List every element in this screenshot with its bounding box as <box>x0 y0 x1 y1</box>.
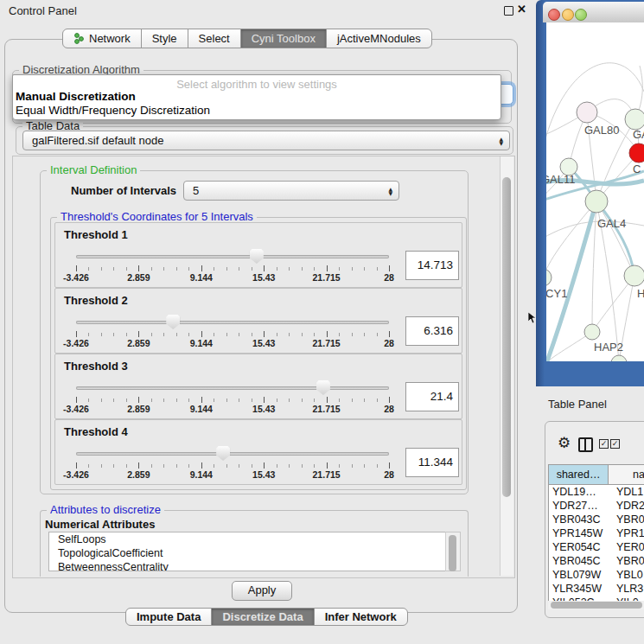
network-window-titlebar[interactable] <box>543 2 644 22</box>
dropdown-option-manual-discretization[interactable]: Manual Discretization <box>16 90 136 103</box>
tab-jactivemnodules[interactable]: jActiveMNodules <box>326 29 432 48</box>
tab-network[interactable]: Network <box>62 29 142 48</box>
vertical-scrollbar-thumb[interactable] <box>502 177 511 497</box>
attributes-group-label: Attributes to discretize <box>47 504 164 516</box>
slider-tick-labels: -3.4262.8599.14415.4321.71528 <box>76 272 389 283</box>
cell-name[interactable]: YDR2 <box>613 499 644 513</box>
table-row[interactable]: YBR045C YBR0 <box>549 554 644 568</box>
threshold-slider[interactable] <box>76 380 389 396</box>
network-node-label: GCY1 <box>546 287 567 300</box>
dropdown-prompt: Select algorithm to view settings <box>13 78 501 91</box>
cell-shared-name[interactable]: YPR145W <box>549 526 613 540</box>
cell-shared-name[interactable]: YBR045C <box>549 554 613 568</box>
network-node[interactable] <box>546 269 552 286</box>
network-node[interactable] <box>577 102 597 123</box>
tab-select[interactable]: Select <box>188 29 241 48</box>
slider-thumb[interactable] <box>166 315 180 329</box>
slider-thumb[interactable] <box>316 380 330 395</box>
close-traffic-light-icon[interactable] <box>548 9 560 21</box>
tab-discretize-data[interactable]: Discretize Data <box>211 608 314 626</box>
combo-arrows-icon: ▲▼ <box>499 137 503 145</box>
network-node[interactable] <box>625 109 644 130</box>
threshold-slider[interactable] <box>76 249 389 265</box>
threshold-value-field[interactable]: 6.316 <box>405 316 459 346</box>
number-of-intervals-label: Number of Intervals <box>71 184 176 197</box>
threshold-slider[interactable] <box>76 446 389 462</box>
table-row[interactable]: YBR043C YBR0 <box>549 513 644 526</box>
network-node[interactable] <box>611 355 627 361</box>
tick-label: 2.859 <box>127 404 150 414</box>
table-row[interactable]: YLR345W YLR3 <box>549 582 644 596</box>
cell-name[interactable]: YLR3 <box>613 582 644 596</box>
number-of-intervals-spinner[interactable]: 5 ▲▼ <box>183 181 399 201</box>
cell-name[interactable]: YDL1 <box>613 485 644 499</box>
slider-tick-labels: -3.4262.8599.14415.4321.71528 <box>76 404 389 414</box>
network-node[interactable] <box>629 143 644 163</box>
tab-style[interactable]: Style <box>141 29 188 48</box>
checkbox-icon[interactable]: ✓ <box>610 439 620 449</box>
tick-label: 9.144 <box>190 338 213 348</box>
network-node[interactable] <box>585 190 608 213</box>
attribute-list-item[interactable]: BetweennessCentrality <box>49 560 460 571</box>
tick-label: 2.859 <box>127 469 150 480</box>
table-row[interactable]: YBL079W YBL0 <box>549 568 644 582</box>
table-row[interactable]: YER054C YER0 <box>549 540 644 554</box>
cell-name[interactable]: YBL0 <box>613 568 644 582</box>
horizontal-scrollbar-thumb[interactable] <box>551 602 642 609</box>
cyni-bottom-tabs: Impute Data Discretize Data Infer Networ… <box>125 608 408 626</box>
threshold-value-field[interactable]: 14.713 <box>405 251 459 280</box>
checkbox-icon[interactable]: ✓ <box>599 439 609 449</box>
network-node[interactable] <box>624 265 644 286</box>
threshold-row: Threshold 2 -3.4262.8599.14415.4321.7152… <box>54 288 462 354</box>
tick-label: 28 <box>384 404 394 414</box>
apply-button[interactable]: Apply <box>232 581 292 601</box>
column-header-name[interactable]: na <box>609 465 644 484</box>
network-node-label: HAP2 <box>594 341 623 354</box>
cell-name[interactable]: YER0 <box>613 540 644 554</box>
network-canvas[interactable]: GAL80GACGAL11GAL4GCY1HHAP2 <box>546 22 644 361</box>
table-data-value: galFiltered.sif default node <box>23 134 499 147</box>
table-row[interactable]: YDR27… YDR2 <box>549 499 644 513</box>
attribute-list-item[interactable]: SelfLoops <box>49 532 460 546</box>
cell-shared-name[interactable]: YDR27… <box>549 499 613 513</box>
minimize-traffic-light-icon[interactable] <box>562 9 574 21</box>
cell-name[interactable]: YBR0 <box>613 513 644 526</box>
threshold-value-field[interactable]: 11.344 <box>405 448 459 477</box>
table-row[interactable]: YPR145W YPR1 <box>549 526 644 540</box>
dropdown-option-equal-width[interactable]: Equal Width/Frequency Discretization <box>16 104 210 117</box>
cell-name[interactable]: YBR0 <box>613 554 644 568</box>
tick-label: 15.43 <box>252 404 275 414</box>
slider-thumb[interactable] <box>250 249 264 264</box>
network-node[interactable] <box>584 324 600 340</box>
column-header-shared-name[interactable]: shared… <box>549 465 609 484</box>
tick-label: 28 <box>384 469 394 480</box>
float-window-icon[interactable] <box>504 6 513 16</box>
tab-impute-data[interactable]: Impute Data <box>125 608 212 626</box>
slider-track[interactable] <box>76 321 389 324</box>
cell-shared-name[interactable]: YLR345W <box>549 582 613 596</box>
close-icon[interactable]: ✕ <box>517 3 526 16</box>
table-data-combobox[interactable]: galFiltered.sif default node ▲▼ <box>22 131 510 150</box>
tick-label: -3.426 <box>63 404 89 414</box>
slider-track[interactable] <box>76 255 389 258</box>
tick-label: 21.715 <box>313 272 341 283</box>
cell-name[interactable]: YPR1 <box>613 526 644 540</box>
cell-shared-name[interactable]: YDL19… <box>549 485 613 499</box>
threshold-slider[interactable] <box>76 315 389 330</box>
cell-shared-name[interactable]: YER054C <box>549 540 613 554</box>
attributes-scrollbar-thumb[interactable] <box>449 535 456 571</box>
table-row[interactable]: YDL19… YDL1 <box>549 485 644 499</box>
gear-icon[interactable]: ⚙ <box>558 434 571 451</box>
slider-track[interactable] <box>76 452 389 456</box>
attribute-list-item[interactable]: TopologicalCoefficient <box>49 546 460 560</box>
columns-icon[interactable] <box>578 437 593 452</box>
threshold-value-field[interactable]: 21.4 <box>405 382 459 411</box>
slider-thumb[interactable] <box>216 446 230 461</box>
zoom-traffic-light-icon[interactable] <box>575 9 587 21</box>
slider-track[interactable] <box>76 386 389 390</box>
cell-shared-name[interactable]: YBL079W <box>549 568 613 582</box>
tab-infer-network[interactable]: Infer Network <box>314 608 408 626</box>
network-node-label: GAL11 <box>546 173 576 186</box>
tab-cyni-toolbox[interactable]: Cyni Toolbox <box>240 29 327 48</box>
cell-shared-name[interactable]: YBR043C <box>549 513 613 526</box>
